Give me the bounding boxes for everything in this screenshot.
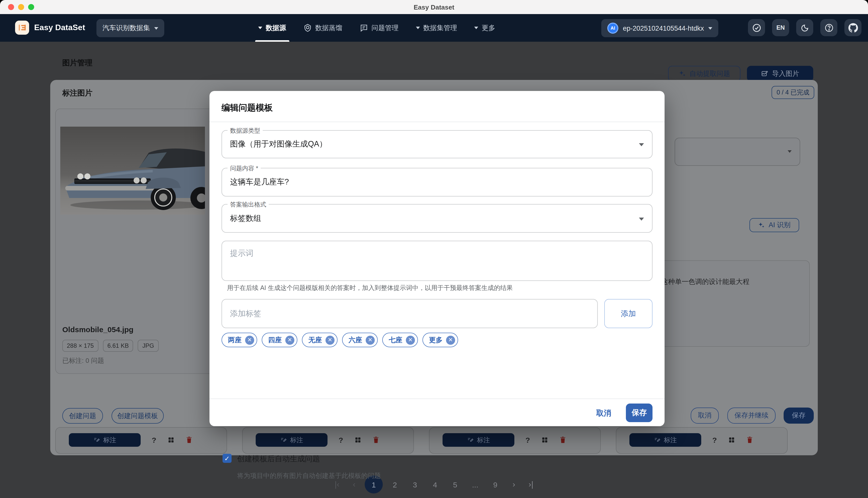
modal-title: 编辑问题模板 (222, 102, 273, 114)
remove-tag-icon[interactable]: ✕ (446, 336, 455, 344)
modal-header-divider (210, 122, 665, 122)
modal-save-button[interactable]: 保存 (626, 404, 653, 422)
datasource-type-value: 图像（用于对图像生成QA） (230, 139, 327, 149)
tag-label: 更多 (429, 336, 442, 344)
tag-input[interactable] (222, 300, 597, 328)
nav-item-questions[interactable]: 问题管理 (358, 14, 400, 42)
edit-template-modal: 编辑问题模板 数据源类型 图像（用于对图像生成QA） 问题内容 * 答案输出格式… (210, 91, 665, 426)
answer-format-select[interactable]: 答案输出格式 标签数组 (222, 204, 653, 233)
nav-item-label: 数据蒸馏 (315, 23, 342, 32)
chevron-down-icon (708, 27, 712, 29)
model-selector-label: ep-20251024105544-htdkx (623, 24, 704, 32)
prompt-field (222, 241, 653, 281)
app-logo[interactable] (15, 21, 29, 35)
app-window: Easy Dataset Easy DataSet 汽车识别数据集 数据源 (0, 0, 868, 498)
auto-generate-helper: 将为项目中的所有图片自动创建基于此模板的问题 (237, 471, 381, 481)
datasource-type-label: 数据源类型 (228, 127, 263, 135)
nav-item-more[interactable]: 更多 (473, 14, 496, 42)
github-button[interactable] (844, 19, 862, 36)
window-title: Easy Dataset (0, 3, 868, 11)
modal-save-label: 保存 (632, 408, 647, 418)
nav-item-label: 数据集管理 (423, 23, 457, 32)
tag-label: 七座 (389, 336, 402, 344)
tag-chip[interactable]: 无座 ✕ (302, 333, 337, 347)
easy-dataset-logo-icon (17, 23, 27, 32)
project-selector-label: 汽车识别数据集 (103, 24, 150, 32)
prompt-textarea[interactable] (222, 241, 652, 280)
task-status-button[interactable] (748, 19, 765, 36)
tag-chip-list: 两座 ✕ 四座 ✕ 无座 ✕ 六座 ✕ 七座 ✕ 更多 ✕ (222, 333, 458, 347)
model-selector[interactable]: AI ep-20251024105544-htdkx (601, 19, 719, 37)
tag-chip[interactable]: 四座 ✕ (262, 333, 297, 347)
navbar: Easy DataSet 汽车识别数据集 数据源 数据蒸馏 (0, 14, 868, 42)
language-label: EN (776, 24, 785, 31)
tag-chip[interactable]: 两座 ✕ (222, 333, 257, 347)
nav-item-label: 问题管理 (372, 23, 399, 32)
tag-label: 六座 (349, 336, 362, 344)
remove-tag-icon[interactable]: ✕ (325, 336, 335, 344)
chevron-down-icon (416, 27, 420, 29)
chevron-down-icon (474, 27, 478, 29)
tag-chip[interactable]: 六座 ✕ (342, 333, 378, 347)
auto-generate-checkbox[interactable]: ✓ (223, 454, 231, 463)
auto-generate-label: 创建模板后自动生成问题 (237, 454, 320, 464)
help-button[interactable] (820, 19, 837, 36)
question-content-field: 问题内容 * (222, 168, 653, 196)
brand-name: Easy DataSet (34, 23, 85, 32)
remove-tag-icon[interactable]: ✕ (245, 336, 254, 344)
tag-label: 两座 (228, 336, 242, 344)
nav-item-label: 数据源 (266, 23, 286, 32)
macos-titlebar: Easy Dataset (0, 0, 868, 14)
help-circle-icon (824, 23, 833, 32)
language-toggle-button[interactable]: EN (772, 19, 789, 36)
chevron-down-icon (639, 217, 644, 220)
tag-label: 四座 (268, 336, 282, 344)
nav-item-label: 更多 (482, 23, 495, 32)
add-tag-button[interactable]: 添加 (604, 299, 653, 328)
nav-item-datasource[interactable]: 数据源 (257, 14, 287, 42)
chevron-down-icon (258, 27, 262, 29)
nav-item-distill[interactable]: 数据蒸馏 (302, 14, 343, 42)
tag-chip[interactable]: 七座 ✕ (382, 333, 418, 347)
modal-footer-divider (210, 398, 665, 399)
datasource-type-select[interactable]: 数据源类型 图像（用于对图像生成QA） (222, 130, 653, 158)
dark-mode-button[interactable] (796, 19, 813, 36)
check-circle-icon (752, 23, 761, 32)
tag-input-field (222, 299, 598, 328)
remove-tag-icon[interactable]: ✕ (285, 336, 294, 344)
add-tag-label: 添加 (621, 309, 636, 318)
nav-item-datasets[interactable]: 数据集管理 (415, 14, 458, 42)
chat-icon (359, 24, 368, 32)
answer-format-value: 标签数组 (230, 213, 261, 224)
remove-tag-icon[interactable]: ✕ (366, 336, 375, 344)
chevron-down-icon (639, 143, 644, 146)
ai-model-icon: AI (607, 23, 618, 34)
tag-label: 无座 (308, 336, 322, 344)
tag-chip[interactable]: 更多 ✕ (423, 333, 458, 347)
moon-icon (800, 23, 809, 32)
shield-icon (303, 24, 312, 32)
remove-tag-icon[interactable]: ✕ (406, 336, 415, 344)
main-nav: 数据源 数据蒸馏 问题管理 数据集管理 (257, 14, 496, 42)
question-content-input[interactable] (222, 168, 652, 196)
prompt-helper-text: 用于在后续 AI 生成这个问题模版相关的答案时，加入到整体提示词中，以用于干预最… (227, 284, 513, 292)
modal-cancel-button[interactable]: 取消 (589, 405, 619, 421)
project-selector[interactable]: 汽车识别数据集 (96, 19, 164, 37)
answer-format-label: 答案输出格式 (228, 200, 269, 209)
github-icon (848, 23, 858, 32)
modal-cancel-label: 取消 (596, 408, 611, 418)
chevron-down-icon (154, 27, 158, 29)
